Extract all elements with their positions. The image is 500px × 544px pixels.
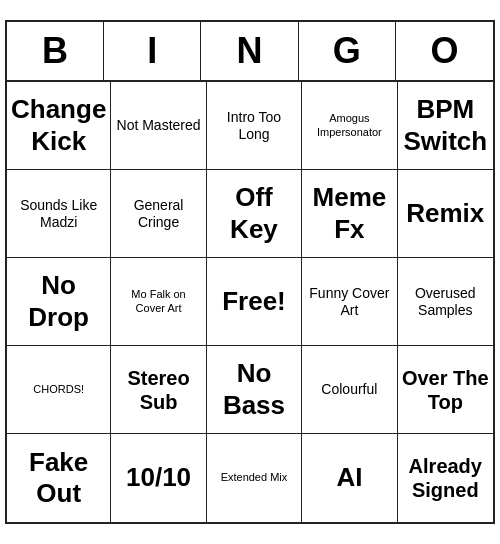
cell-22[interactable]: Extended Mix [207,434,302,522]
cell-4[interactable]: BPM Switch [398,82,493,170]
cell-23[interactable]: AI [302,434,397,522]
bingo-card: B I N G O Change Kick Not Mastered Intro… [5,20,495,524]
cell-24[interactable]: Already Signed [398,434,493,522]
cell-18[interactable]: Colourful [302,346,397,434]
cell-16[interactable]: Stereo Sub [111,346,206,434]
cell-11[interactable]: Mo Falk on Cover Art [111,258,206,346]
bingo-grid: Change Kick Not Mastered Intro Too Long … [7,82,493,522]
cell-2[interactable]: Intro Too Long [207,82,302,170]
cell-3[interactable]: Amogus Impersonator [302,82,397,170]
cell-5[interactable]: Sounds Like Madzi [7,170,111,258]
cell-14[interactable]: Overused Samples [398,258,493,346]
header-i: I [104,22,201,80]
header-n: N [201,22,298,80]
cell-6[interactable]: General Cringe [111,170,206,258]
cell-17[interactable]: No Bass [207,346,302,434]
cell-13[interactable]: Funny Cover Art [302,258,397,346]
cell-10[interactable]: No Drop [7,258,111,346]
bingo-header: B I N G O [7,22,493,82]
cell-21[interactable]: 10/10 [111,434,206,522]
cell-1[interactable]: Not Mastered [111,82,206,170]
header-b: B [7,22,104,80]
cell-8[interactable]: Meme Fx [302,170,397,258]
cell-19[interactable]: Over The Top [398,346,493,434]
cell-12-free[interactable]: Free! [207,258,302,346]
cell-20[interactable]: Fake Out [7,434,111,522]
cell-7[interactable]: Off Key [207,170,302,258]
header-o: O [396,22,493,80]
cell-0[interactable]: Change Kick [7,82,111,170]
cell-15[interactable]: CHORDS! [7,346,111,434]
cell-9[interactable]: Remix [398,170,493,258]
header-g: G [299,22,396,80]
